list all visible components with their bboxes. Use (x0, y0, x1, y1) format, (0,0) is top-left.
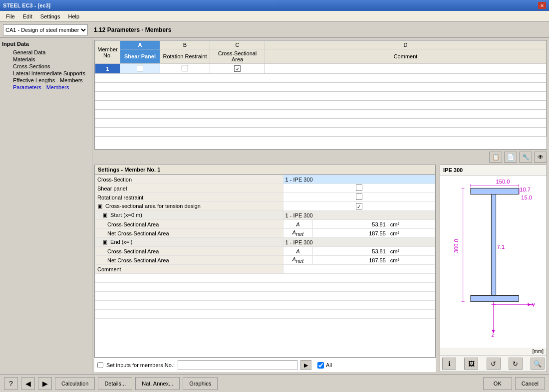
right-panel-title: IPE 300 (440, 165, 547, 176)
label-end: ▣ End (x=l) (95, 238, 283, 247)
settings-title: Settings - Member No. 1 (95, 165, 435, 175)
cross-sectional-area-checkbox[interactable] (234, 65, 241, 72)
label-shear-panel: Shear panel (95, 184, 283, 193)
rotational-restraint-settings-checkbox[interactable] (356, 194, 362, 200)
copy-button[interactable]: 📋 (489, 152, 502, 163)
bottom-toolbar: ? ◀ ▶ Calculation Details... Nat. Annex.… (0, 374, 549, 392)
value-comment (283, 265, 435, 274)
label-cross-area: ▣ Cross-sectional area for tension desig… (95, 202, 283, 211)
sidebar-item-parameters-members[interactable]: Parameters - Members (2, 84, 90, 91)
table-row[interactable]: 1 (95, 64, 547, 74)
value-shear-panel[interactable] (283, 184, 435, 193)
filler-1 (95, 274, 435, 283)
settings-row-rotational-restraint: Rotational restraint (95, 193, 435, 202)
menu-edit[interactable]: Edit (19, 12, 36, 20)
table-actions: 📋 📄 🔧 👁 (94, 152, 547, 163)
sidebar-group-title: Input Data (2, 41, 90, 47)
all-check-area: All (317, 362, 332, 369)
svg-text:7.1: 7.1 (497, 244, 505, 250)
forward-button[interactable]: ▶ (38, 377, 52, 390)
settings-row-csa-start: Cross-Sectional Area A 53.81 cm² (95, 220, 435, 229)
sidebar-item-lateral-intermediate-supports[interactable]: Lateral Intermediate Supports (2, 70, 90, 77)
help-button[interactable]: ? (4, 377, 18, 390)
module-dropdown[interactable]: CA1 - Design of steel members ε (3, 24, 88, 35)
col-A-subheader: Shear Panel (120, 49, 160, 64)
settings-row-ncsa-end: Net Cross-Sectional Area Anet 187.55 cm² (95, 256, 435, 265)
window-title: STEEL EC3 - [ec3] (3, 2, 50, 8)
table-row-empty-4 (95, 101, 547, 110)
menu-settings[interactable]: Settings (36, 12, 64, 20)
expand-icon-start[interactable]: ▣ (102, 212, 107, 218)
expand-icon-end[interactable]: ▣ (102, 239, 107, 245)
value-cross-area-checkbox[interactable] (283, 202, 435, 211)
col-D-header: D (265, 41, 547, 49)
cell-rotation-restraint[interactable] (160, 64, 210, 74)
main-table-container: Member No. A B C D Shear Panel Rotation … (94, 40, 547, 150)
member-no-input[interactable] (178, 360, 297, 370)
settings-row-cross-area-section: ▣ Cross-sectional area for tension desig… (95, 202, 435, 211)
close-button[interactable]: ✕ (538, 2, 546, 9)
zoom-button[interactable]: 🔍 (531, 358, 545, 370)
table-row-empty-7 (95, 128, 547, 137)
sidebar-item-effective-lengths[interactable]: Effective Lengths - Members (2, 77, 90, 84)
details-button[interactable]: Details... (98, 377, 132, 390)
cell-cross-sectional-area[interactable] (210, 64, 265, 74)
expand-icon[interactable]: ▣ (97, 203, 102, 209)
calculation-button[interactable]: Calculation (55, 377, 95, 390)
shear-panel-checkbox[interactable] (137, 65, 143, 71)
col-C-header: C (210, 41, 265, 49)
cross-area-checkbox[interactable] (356, 203, 362, 209)
cell-member-no: 1 (95, 64, 120, 74)
col-B-subheader: Rotation Restraint (160, 49, 210, 64)
menu-help[interactable]: Help (64, 12, 83, 20)
member-no-apply-button[interactable]: ▶ (300, 360, 311, 370)
table-row-empty-5 (95, 110, 547, 119)
sidebar-item-cross-sections[interactable]: Cross-Sections (2, 63, 90, 70)
sym-csa-start: A (283, 220, 313, 229)
set-inputs-checkbox[interactable] (97, 362, 103, 368)
ok-button[interactable]: OK (483, 377, 512, 390)
val-ncsa-start: 187.55 (313, 229, 388, 238)
settings-row-csa-end: Cross-Sectional Area A 53.81 cm² (95, 247, 435, 256)
menu-file[interactable]: File (2, 12, 19, 20)
view-button[interactable]: 👁 (534, 152, 547, 163)
rotate-left-button[interactable]: ↺ (487, 358, 501, 370)
back-button[interactable]: ◀ (21, 377, 35, 390)
shear-panel-settings-checkbox[interactable] (356, 185, 362, 191)
settings-row-cross-section: Cross-Section 1 - IPE 300 (95, 175, 435, 184)
label-cross-section: Cross-Section (95, 175, 283, 184)
label-csa-end: Cross-Sectional Area (95, 247, 283, 256)
sidebar-item-general-data[interactable]: General Data (2, 49, 90, 56)
settings-table: Cross-Section 1 - IPE 300 Shear panel (95, 175, 435, 319)
paste-button[interactable]: 📄 (504, 152, 517, 163)
svg-rect-6 (471, 295, 519, 301)
col-C-subheader: Cross-Sectional Area (210, 49, 265, 64)
top-bar: CA1 - Design of steel members ε 1.12 Par… (0, 22, 549, 38)
unit-ncsa-start: cm² (388, 229, 435, 238)
all-checkbox[interactable] (317, 362, 324, 369)
col-member-no: Member No. (95, 41, 120, 64)
info-button[interactable]: ℹ (442, 358, 456, 370)
svg-rect-4 (471, 188, 519, 194)
sidebar-item-materials[interactable]: Materials (2, 56, 90, 63)
cross-section-svg: 150.0 300.0 (440, 176, 547, 348)
rotation-restraint-checkbox[interactable] (182, 65, 188, 71)
sym-ncsa-end: Anet (283, 256, 313, 265)
settings-button[interactable]: 🔧 (519, 152, 532, 163)
value-rotational-restraint[interactable] (283, 193, 435, 202)
graphics-button[interactable]: Graphics (183, 377, 218, 390)
right-panel-footer: ℹ 🖼 ↺ ↻ 🔍 (440, 355, 547, 372)
val-csa-end: 53.81 (313, 247, 388, 256)
col-D-subheader: Comment (265, 49, 547, 64)
menu-bar: File Edit Settings Help (0, 11, 549, 22)
image-button[interactable]: 🖼 (464, 358, 478, 370)
rotate-right-button[interactable]: ↻ (509, 358, 523, 370)
all-label: All (326, 362, 332, 368)
svg-text:150.0: 150.0 (496, 179, 510, 185)
table-row-empty-3 (95, 92, 547, 101)
unit-csa-end: cm² (388, 247, 435, 256)
nat-annex-button[interactable]: Nat. Annex... (135, 377, 180, 390)
cancel-button[interactable]: Cancel (515, 377, 545, 390)
table-row-empty-6 (95, 119, 547, 128)
cell-shear-panel[interactable] (120, 64, 160, 74)
